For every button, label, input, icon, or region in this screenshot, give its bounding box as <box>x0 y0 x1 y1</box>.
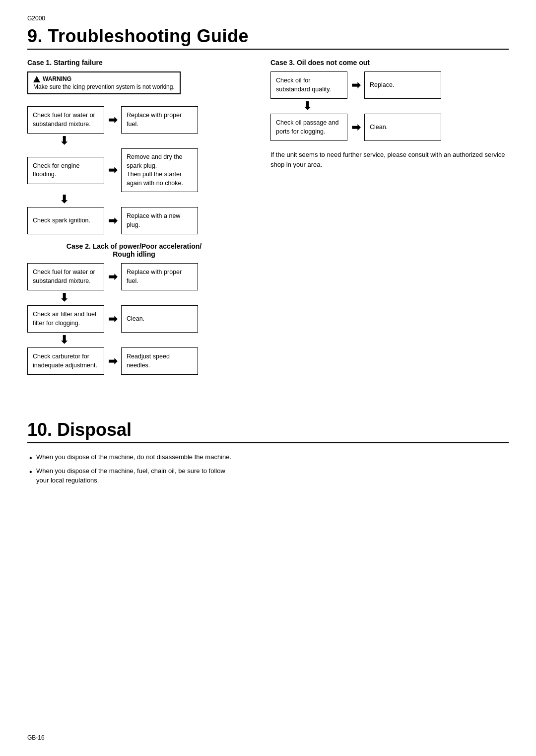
section10-container: 10. Disposal When you dispose of the mac… <box>27 419 509 485</box>
case3-row2: Check oil passage and ports for clogging… <box>270 114 509 141</box>
right-column: Case 3. Oil does not come out Check oil … <box>270 59 509 390</box>
arrow-down-icon-c1-2: ⬇ <box>60 194 68 205</box>
arrow-down-icon-c2-2: ⬇ <box>60 335 68 345</box>
arrow-down-icon-c3-1: ⬇ <box>303 101 312 112</box>
case1-right3: Replace with a new plug. <box>121 207 198 234</box>
case2-row1: Check fuel for water or substandard mixt… <box>27 263 241 290</box>
arrow-right-icon-c1r3: ➡ <box>108 214 117 227</box>
case1-row3: Check spark ignition. ➡ Replace with a n… <box>27 207 241 234</box>
arrow-right-icon-c1r2: ➡ <box>108 164 117 177</box>
arrow-down-icon-c1-1: ⬇ <box>60 136 68 146</box>
disposal-list: When you dispose of the machine, do not … <box>27 452 509 485</box>
disposal-item-1: When you dispose of the machine, do not … <box>27 452 236 462</box>
case2-left3: Check carburetor for inadequate adjustme… <box>27 347 104 375</box>
warning-block: WARNING Make sure the icing prevention s… <box>27 71 241 99</box>
case3-left2: Check oil passage and ports for clogging… <box>270 114 347 141</box>
case3-row1: Check oil for substandard quality. ➡ Rep… <box>270 71 509 99</box>
case3-left1: Check oil for substandard quality. <box>270 71 347 99</box>
case2-left2: Check air filter and fuel filter for clo… <box>27 305 104 333</box>
case1-left3: Check spark ignition. <box>27 207 104 234</box>
case3-flow: Check oil for substandard quality. ➡ Rep… <box>270 71 509 141</box>
case2-right3: Readjust speed needles. <box>121 347 198 375</box>
case3-right2: Clean. <box>364 114 441 141</box>
case2-right1: Replace with proper fuel. <box>121 263 198 290</box>
case1-left1: Check fuel for water or substandard mixt… <box>27 106 104 134</box>
case2-section: Case 2. Lack of power/Poor acceleration/… <box>27 242 241 375</box>
case2-left1: Check fuel for water or substandard mixt… <box>27 263 104 290</box>
arrow-right-icon-c2r1: ➡ <box>108 271 117 283</box>
warning-triangle-icon <box>33 76 40 82</box>
case1-right2: Remove and dry the spark plug. Then pull… <box>121 148 198 192</box>
arrow-right-icon-c3r1: ➡ <box>351 79 360 92</box>
disposal-item-2: When you dispose of the machine, fuel, c… <box>27 466 236 485</box>
case1-right1: Replace with proper fuel. <box>121 106 198 134</box>
case3-heading: Case 3. Oil does not come out <box>270 59 509 67</box>
case2-row3: Check carburetor for inadequate adjustme… <box>27 347 241 375</box>
case2-heading: Case 2. Lack of power/Poor acceleration/… <box>27 242 241 258</box>
section10-title: 10. Disposal <box>27 419 509 440</box>
case2-row2: Check air filter and fuel filter for clo… <box>27 305 241 333</box>
arrow-down-icon-c2-1: ⬇ <box>60 292 68 303</box>
warning-label-text: WARNING <box>43 75 71 82</box>
section9-title: 9. Troubleshooting Guide <box>27 26 509 47</box>
arrow-right-icon-c2r2: ➡ <box>108 313 117 326</box>
case3-info-text: If the unit seems to need further servic… <box>270 150 509 169</box>
case3-right1: Replace. <box>364 71 441 99</box>
case2-right2: Clean. <box>121 305 198 333</box>
case1-row1: Check fuel for water or substandard mixt… <box>27 106 241 134</box>
left-column: Case 1. Starting failure WARNING Make su… <box>27 59 241 390</box>
case1-flow: Check fuel for water or substandard mixt… <box>27 106 241 234</box>
warning-text: Make sure the icing prevention system is… <box>33 83 175 90</box>
case1-row2: Check for engine flooding. ➡ Remove and … <box>27 148 241 192</box>
case1-left2: Check for engine flooding. <box>27 157 104 184</box>
case2-heading-line1: Case 2. Lack of power/Poor acceleration/ <box>67 242 201 250</box>
arrow-right-icon-c1r1: ➡ <box>108 114 117 127</box>
model-number: G2000 <box>27 15 509 22</box>
page-number: GB-16 <box>27 734 45 741</box>
arrow-right-icon-c2r3: ➡ <box>108 355 117 368</box>
case2-heading-line2: Rough idling <box>113 250 155 258</box>
case1-heading: Case 1. Starting failure <box>27 59 241 67</box>
arrow-right-icon-c3r2: ➡ <box>351 121 360 134</box>
